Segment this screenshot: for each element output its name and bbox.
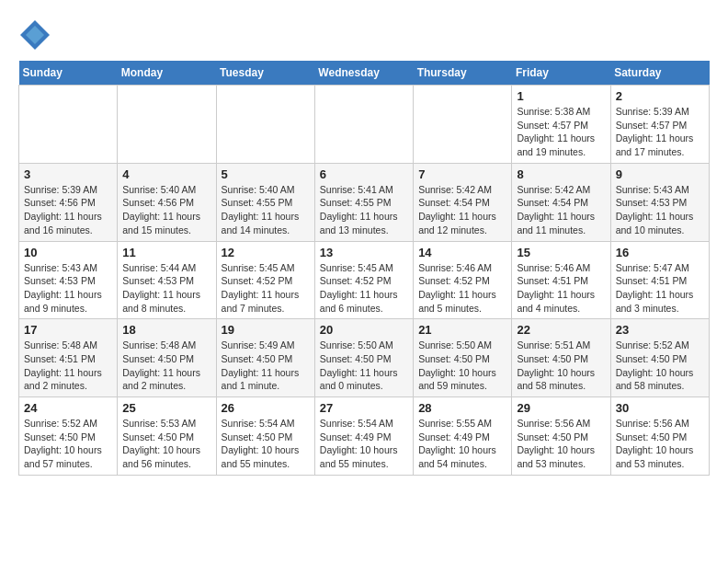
day-info: Sunrise: 5:48 AM Sunset: 4:51 PM Dayligh… bbox=[24, 339, 112, 393]
calendar-cell: 16Sunrise: 5:47 AM Sunset: 4:51 PM Dayli… bbox=[610, 241, 709, 319]
day-info: Sunrise: 5:48 AM Sunset: 4:50 PM Dayligh… bbox=[122, 339, 210, 393]
calendar-cell: 5Sunrise: 5:40 AM Sunset: 4:55 PM Daylig… bbox=[216, 163, 314, 241]
day-info: Sunrise: 5:42 AM Sunset: 4:54 PM Dayligh… bbox=[418, 183, 506, 237]
day-number: 21 bbox=[418, 323, 506, 337]
calendar-cell: 20Sunrise: 5:50 AM Sunset: 4:50 PM Dayli… bbox=[314, 319, 413, 397]
calendar-cell: 29Sunrise: 5:56 AM Sunset: 4:50 PM Dayli… bbox=[512, 397, 610, 476]
calendar-cell: 25Sunrise: 5:53 AM Sunset: 4:50 PM Dayli… bbox=[118, 397, 216, 476]
calendar-cell: 4Sunrise: 5:40 AM Sunset: 4:56 PM Daylig… bbox=[118, 163, 216, 241]
calendar-cell: 3Sunrise: 5:39 AM Sunset: 4:56 PM Daylig… bbox=[19, 163, 118, 241]
day-number: 28 bbox=[418, 401, 506, 415]
calendar-cell: 15Sunrise: 5:46 AM Sunset: 4:51 PM Dayli… bbox=[512, 241, 610, 319]
day-number: 5 bbox=[222, 167, 310, 181]
logo-icon bbox=[18, 18, 51, 52]
calendar-cell bbox=[314, 86, 413, 164]
day-header-monday: Monday bbox=[118, 61, 216, 86]
calendar-cell: 17Sunrise: 5:48 AM Sunset: 4:51 PM Dayli… bbox=[19, 319, 118, 397]
day-info: Sunrise: 5:39 AM Sunset: 4:56 PM Dayligh… bbox=[24, 183, 112, 237]
day-info: Sunrise: 5:52 AM Sunset: 4:50 PM Dayligh… bbox=[616, 339, 704, 393]
week-row-1: 1Sunrise: 5:38 AM Sunset: 4:57 PM Daylig… bbox=[19, 86, 710, 164]
day-number: 19 bbox=[222, 323, 310, 337]
day-info: Sunrise: 5:56 AM Sunset: 4:50 PM Dayligh… bbox=[616, 417, 704, 471]
day-number: 18 bbox=[122, 323, 210, 337]
calendar-cell bbox=[414, 86, 512, 164]
calendar-cell: 13Sunrise: 5:45 AM Sunset: 4:52 PM Dayli… bbox=[314, 241, 413, 319]
day-number: 22 bbox=[517, 323, 605, 337]
calendar-header: SundayMondayTuesdayWednesdayThursdayFrid… bbox=[19, 61, 710, 86]
day-number: 16 bbox=[616, 246, 704, 259]
day-info: Sunrise: 5:52 AM Sunset: 4:50 PM Dayligh… bbox=[24, 417, 112, 471]
calendar-cell bbox=[216, 86, 314, 164]
day-info: Sunrise: 5:45 AM Sunset: 4:52 PM Dayligh… bbox=[320, 261, 408, 316]
day-info: Sunrise: 5:55 AM Sunset: 4:49 PM Dayligh… bbox=[418, 417, 506, 471]
calendar-cell: 19Sunrise: 5:49 AM Sunset: 4:50 PM Dayli… bbox=[216, 319, 314, 397]
calendar-cell: 12Sunrise: 5:45 AM Sunset: 4:52 PM Dayli… bbox=[216, 241, 314, 319]
day-header-tuesday: Tuesday bbox=[216, 61, 314, 86]
calendar-cell: 1Sunrise: 5:38 AM Sunset: 4:57 PM Daylig… bbox=[512, 86, 610, 164]
day-info: Sunrise: 5:50 AM Sunset: 4:50 PM Dayligh… bbox=[320, 339, 408, 393]
calendar-table: SundayMondayTuesdayWednesdayThursdayFrid… bbox=[18, 61, 710, 476]
day-number: 30 bbox=[616, 401, 704, 415]
day-number: 1 bbox=[517, 89, 605, 103]
day-info: Sunrise: 5:47 AM Sunset: 4:51 PM Dayligh… bbox=[616, 261, 704, 316]
day-info: Sunrise: 5:40 AM Sunset: 4:56 PM Dayligh… bbox=[122, 183, 210, 237]
logo bbox=[18, 18, 55, 52]
day-number: 25 bbox=[122, 401, 210, 415]
day-number: 2 bbox=[616, 89, 704, 103]
day-header-friday: Friday bbox=[512, 61, 610, 86]
day-info: Sunrise: 5:45 AM Sunset: 4:52 PM Dayligh… bbox=[222, 261, 310, 316]
day-info: Sunrise: 5:54 AM Sunset: 4:50 PM Dayligh… bbox=[222, 417, 310, 471]
calendar-cell bbox=[118, 86, 216, 164]
day-info: Sunrise: 5:44 AM Sunset: 4:53 PM Dayligh… bbox=[122, 261, 210, 316]
day-number: 17 bbox=[24, 323, 112, 337]
calendar-cell: 9Sunrise: 5:43 AM Sunset: 4:53 PM Daylig… bbox=[610, 163, 709, 241]
calendar-cell: 30Sunrise: 5:56 AM Sunset: 4:50 PM Dayli… bbox=[610, 397, 709, 476]
day-number: 27 bbox=[320, 401, 408, 415]
calendar-body: 1Sunrise: 5:38 AM Sunset: 4:57 PM Daylig… bbox=[19, 86, 710, 476]
calendar-cell: 10Sunrise: 5:43 AM Sunset: 4:53 PM Dayli… bbox=[19, 241, 118, 319]
day-info: Sunrise: 5:51 AM Sunset: 4:50 PM Dayligh… bbox=[517, 339, 605, 393]
day-number: 4 bbox=[122, 167, 210, 181]
calendar-cell: 22Sunrise: 5:51 AM Sunset: 4:50 PM Dayli… bbox=[512, 319, 610, 397]
day-number: 10 bbox=[24, 246, 112, 259]
day-number: 23 bbox=[616, 323, 704, 337]
calendar-cell: 23Sunrise: 5:52 AM Sunset: 4:50 PM Dayli… bbox=[610, 319, 709, 397]
day-info: Sunrise: 5:43 AM Sunset: 4:53 PM Dayligh… bbox=[616, 183, 704, 237]
day-number: 15 bbox=[517, 246, 605, 259]
day-info: Sunrise: 5:46 AM Sunset: 4:51 PM Dayligh… bbox=[517, 261, 605, 316]
day-number: 20 bbox=[320, 323, 408, 337]
day-info: Sunrise: 5:50 AM Sunset: 4:50 PM Dayligh… bbox=[418, 339, 506, 393]
day-number: 26 bbox=[222, 401, 310, 415]
day-number: 9 bbox=[616, 167, 704, 181]
day-number: 12 bbox=[222, 246, 310, 259]
calendar-cell: 24Sunrise: 5:52 AM Sunset: 4:50 PM Dayli… bbox=[19, 397, 118, 476]
day-number: 3 bbox=[24, 167, 112, 181]
week-row-2: 3Sunrise: 5:39 AM Sunset: 4:56 PM Daylig… bbox=[19, 163, 710, 241]
day-number: 13 bbox=[320, 246, 408, 259]
day-header-thursday: Thursday bbox=[414, 61, 512, 86]
calendar-cell: 14Sunrise: 5:46 AM Sunset: 4:52 PM Dayli… bbox=[414, 241, 512, 319]
calendar-cell: 2Sunrise: 5:39 AM Sunset: 4:57 PM Daylig… bbox=[610, 86, 709, 164]
calendar-cell: 8Sunrise: 5:42 AM Sunset: 4:54 PM Daylig… bbox=[512, 163, 610, 241]
day-info: Sunrise: 5:49 AM Sunset: 4:50 PM Dayligh… bbox=[222, 339, 310, 393]
day-info: Sunrise: 5:39 AM Sunset: 4:57 PM Dayligh… bbox=[616, 105, 704, 159]
day-header-sunday: Sunday bbox=[19, 61, 118, 86]
day-info: Sunrise: 5:56 AM Sunset: 4:50 PM Dayligh… bbox=[517, 417, 605, 471]
calendar-cell: 18Sunrise: 5:48 AM Sunset: 4:50 PM Dayli… bbox=[118, 319, 216, 397]
calendar-cell: 11Sunrise: 5:44 AM Sunset: 4:53 PM Dayli… bbox=[118, 241, 216, 319]
day-info: Sunrise: 5:53 AM Sunset: 4:50 PM Dayligh… bbox=[122, 417, 210, 471]
day-header-saturday: Saturday bbox=[610, 61, 709, 86]
calendar-cell: 26Sunrise: 5:54 AM Sunset: 4:50 PM Dayli… bbox=[216, 397, 314, 476]
day-number: 24 bbox=[24, 401, 112, 415]
day-number: 7 bbox=[418, 167, 506, 181]
day-number: 11 bbox=[122, 246, 210, 259]
day-header-wednesday: Wednesday bbox=[314, 61, 413, 86]
day-info: Sunrise: 5:43 AM Sunset: 4:53 PM Dayligh… bbox=[24, 261, 112, 316]
calendar-cell bbox=[19, 86, 118, 164]
day-number: 6 bbox=[320, 167, 408, 181]
header-row: SundayMondayTuesdayWednesdayThursdayFrid… bbox=[19, 61, 710, 86]
day-info: Sunrise: 5:54 AM Sunset: 4:49 PM Dayligh… bbox=[320, 417, 408, 471]
day-number: 29 bbox=[517, 401, 605, 415]
calendar-cell: 27Sunrise: 5:54 AM Sunset: 4:49 PM Dayli… bbox=[314, 397, 413, 476]
day-info: Sunrise: 5:38 AM Sunset: 4:57 PM Dayligh… bbox=[517, 105, 605, 159]
